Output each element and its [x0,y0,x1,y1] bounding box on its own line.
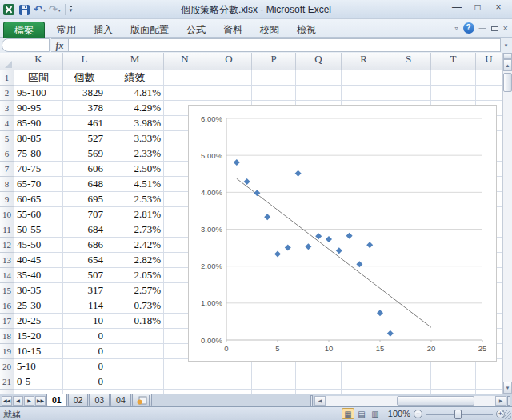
redo-button[interactable]: ↷ ▾ [49,2,61,17]
cell-M3[interactable]: 4.29% [106,101,164,116]
cell-L11[interactable]: 684 [63,222,106,238]
cell-L13[interactable]: 654 [63,253,106,268]
data-point[interactable] [315,233,322,239]
cell-S2[interactable] [386,86,431,101]
cell-K21[interactable]: 0-5 [14,374,63,390]
cell-O2[interactable] [206,86,252,101]
row-header-16[interactable]: 16 [0,298,14,314]
data-point[interactable] [264,214,270,220]
cell-Q21[interactable] [296,374,342,390]
cell-M15[interactable]: 2.57% [106,283,164,298]
cell-K10[interactable]: 55-60 [14,207,63,222]
data-point[interactable] [336,247,342,254]
column-header-L[interactable]: L [63,53,106,70]
file-tab[interactable]: 檔案 [3,22,45,38]
resize-grip[interactable] [502,410,511,419]
cell-K5[interactable]: 80-85 [14,131,63,146]
cell-M8[interactable]: 4.51% [106,177,164,192]
cell-K1[interactable]: 區間 [14,70,63,86]
cell-L3[interactable]: 378 [63,101,106,116]
cell-M18[interactable] [106,329,164,344]
workbook-close-icon[interactable]: × [503,23,508,34]
sheet-tab-02[interactable]: 02 [68,394,89,406]
cell-R1[interactable] [342,70,386,86]
row-header-6[interactable]: 6 [0,146,14,162]
zoom-slider[interactable] [426,414,493,415]
last-sheet-button[interactable]: ▶▶ [35,396,46,406]
row-header-19[interactable]: 19 [0,344,14,359]
cell-K15[interactable]: 30-35 [14,283,63,298]
row-header-15[interactable]: 15 [0,283,14,298]
ribbon-tab-檢視[interactable]: 檢視 [288,22,325,38]
cell-L19[interactable]: 0 [63,344,106,359]
cell-T2[interactable] [431,86,476,101]
cell-L12[interactable]: 686 [63,238,106,253]
row-header-21[interactable]: 21 [0,374,14,390]
data-point[interactable] [366,242,373,248]
column-header-Q[interactable]: Q [296,53,342,70]
cell-K20[interactable]: 5-10 [14,359,63,374]
cell-K16[interactable]: 25-30 [14,298,63,314]
cell-M13[interactable]: 2.82% [106,253,164,268]
data-point[interactable] [285,245,291,251]
data-point[interactable] [274,250,281,257]
data-point[interactable] [387,330,394,337]
row-header-1[interactable]: 1 [0,70,14,86]
cell-U21[interactable] [476,374,502,390]
cell-K17[interactable]: 20-25 [14,314,63,329]
cell-L7[interactable]: 606 [63,162,106,177]
row-header-10[interactable]: 10 [0,207,14,222]
cell-L9[interactable]: 695 [63,192,106,207]
data-point[interactable] [346,233,353,239]
cell-K8[interactable]: 65-70 [14,177,63,192]
row-header-18[interactable]: 18 [0,329,14,344]
select-all-corner[interactable] [0,53,14,70]
horizontal-split-handle[interactable] [507,396,510,406]
column-header-M[interactable]: M [106,53,164,70]
column-header-S[interactable]: S [386,53,431,70]
sheet-tab-04[interactable]: 04 [110,394,131,406]
chart[interactable]: 0.00%1.00%2.00%3.00%4.00%5.00%6.00%05101… [188,105,497,362]
cell-L6[interactable]: 569 [63,146,106,162]
vertical-scrollbar-thumb[interactable] [503,73,512,92]
row-header-11[interactable]: 11 [0,222,14,238]
first-sheet-button[interactable]: ◀◀ [2,396,12,406]
cell-K2[interactable]: 95-100 [14,86,63,101]
row-header-2[interactable]: 2 [0,86,14,101]
cell-K11[interactable]: 50-55 [14,222,63,238]
column-header-O[interactable]: O [206,53,252,70]
cell-L18[interactable]: 0 [63,329,106,344]
cell-M16[interactable]: 0.73% [106,298,164,314]
formula-bar-expand-icon[interactable]: ▾ [501,38,511,52]
cell-L17[interactable]: 10 [63,314,106,329]
cell-L20[interactable]: 0 [63,359,106,374]
row-header-9[interactable]: 9 [0,192,14,207]
cell-M1[interactable]: 績效 [106,70,164,86]
name-box[interactable] [2,38,50,52]
zoom-slider-thumb[interactable] [454,410,462,419]
window-close-button[interactable]: × [488,0,509,15]
insert-function-icon[interactable]: fx [51,38,69,52]
zoom-out-button[interactable]: − [414,410,422,418]
cell-U1[interactable] [476,70,502,86]
window-minimize-button[interactable]: — [446,0,467,15]
cell-R2[interactable] [342,86,386,101]
row-header-8[interactable]: 8 [0,177,14,192]
cell-P21[interactable] [252,374,296,390]
cell-M2[interactable]: 4.81% [106,86,164,101]
scroll-left-arrow[interactable]: ◀ [314,396,326,406]
undo-dropdown-caret[interactable]: ▾ [43,7,46,13]
cell-R21[interactable] [342,374,386,390]
cell-M12[interactable]: 2.42% [106,238,164,253]
cell-N21[interactable] [164,374,206,390]
cell-K3[interactable]: 90-95 [14,101,63,116]
normal-view-button[interactable]: ▦ [342,408,354,419]
data-point[interactable] [234,159,240,166]
vertical-split-handle[interactable] [503,53,512,59]
column-header-R[interactable]: R [342,53,386,70]
zoom-level[interactable]: 100% [385,409,410,418]
cell-M5[interactable]: 3.33% [106,131,164,146]
row-header-12[interactable]: 12 [0,238,14,253]
cell-M14[interactable]: 2.05% [106,268,164,283]
row-header-20[interactable]: 20 [0,359,14,374]
